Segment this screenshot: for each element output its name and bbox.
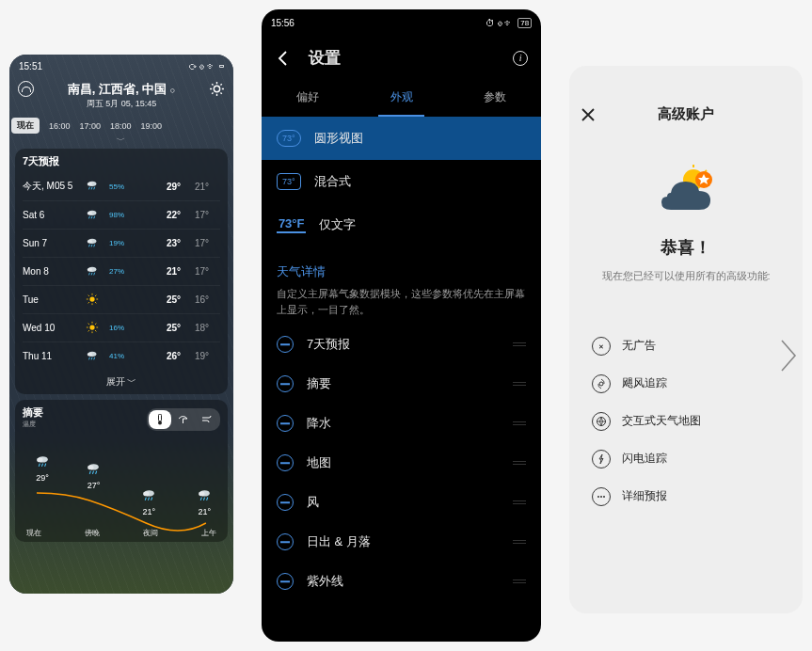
dots-icon [592, 487, 611, 506]
hourly-now[interactable]: 现在 [11, 118, 40, 134]
day-label: Mon 8 [23, 266, 75, 277]
detail-row[interactable]: 地图 [262, 443, 541, 483]
forecast-row[interactable]: Sun 7 19% 23° 17° [23, 229, 220, 257]
forecast-row[interactable]: Thu 11 41% 26° 19° [23, 341, 220, 370]
detail-row[interactable]: 摘要 [262, 364, 541, 404]
expand-button[interactable]: 展开 ﹀ [23, 370, 220, 392]
svg-point-24 [158, 421, 162, 424]
remove-icon[interactable] [277, 533, 294, 550]
bolt-icon [592, 450, 611, 468]
low-temp: 17° [181, 238, 209, 248]
view-option-mixed[interactable]: 73° 混合式 [262, 160, 541, 203]
tab-preferences[interactable]: 偏好 [262, 80, 355, 117]
detail-row[interactable]: 紫外线 [262, 562, 541, 601]
drag-handle-icon[interactable] [513, 580, 526, 583]
detail-label: 7天预报 [307, 336, 350, 353]
detail-row[interactable]: 7天预报 [262, 325, 541, 364]
svg-point-33 [597, 496, 599, 498]
text-badge-icon: 73°F [277, 216, 307, 233]
app-logo-icon [18, 81, 34, 97]
info-icon[interactable]: i [513, 51, 528, 66]
remove-icon[interactable] [277, 375, 294, 392]
x-label: 现在 [26, 528, 41, 538]
weather-icon [75, 264, 109, 279]
day-label: Sat 6 [23, 210, 75, 220]
weather-icon [75, 293, 109, 308]
high-temp: 29° [137, 182, 181, 192]
settings-icon[interactable] [209, 81, 225, 97]
remove-icon[interactable] [277, 494, 294, 511]
chevron-left-icon[interactable] [11, 337, 30, 367]
forecast-row[interactable]: Sat 6 98% 22° 17° [23, 200, 220, 229]
svg-rect-23 [158, 414, 161, 421]
feature-label: 详细预报 [622, 488, 667, 504]
umbrella-tab-icon[interactable] [171, 410, 195, 429]
forecast-row[interactable]: Wed 10 16% 25° 18° [23, 313, 220, 341]
remove-icon[interactable] [277, 415, 294, 432]
view-option-circle[interactable]: 73° 圆形视图 [262, 117, 541, 160]
remove-icon[interactable] [277, 336, 294, 353]
summary-title: 摘要温度 [23, 405, 43, 429]
temp-tab-icon[interactable] [149, 410, 171, 429]
low-temp: 18° [181, 323, 209, 333]
feature-label: 交互式天气地图 [622, 413, 701, 429]
detail-row[interactable]: 降水 [262, 404, 541, 443]
chevron-right-icon[interactable] [778, 339, 799, 373]
location-title[interactable]: 南昌, 江西省, 中国 ○ [9, 81, 233, 98]
status-bar [569, 66, 803, 92]
no-ad-icon: ✕ [592, 337, 611, 356]
header: 南昌, 江西省, 中国 ○ 周五 5月 05, 15:45 [9, 77, 233, 114]
drag-handle-icon[interactable] [513, 421, 526, 425]
back-icon[interactable] [275, 50, 292, 67]
svg-point-35 [603, 496, 605, 498]
precip-pct: 19% [109, 239, 137, 247]
premium-hero-icon [652, 165, 720, 217]
forecast-row[interactable]: 今天, M05 5 55% 29° 21° [23, 172, 220, 200]
chart-point: 27° [86, 461, 102, 490]
square-badge-icon: 73° [277, 173, 301, 190]
weather-icon [75, 179, 109, 194]
drag-handle-icon[interactable] [513, 500, 526, 504]
status-bar: 15:56 ⏱ ⊘ ᯤ 78 [262, 9, 541, 36]
feature-label: 飓风追踪 [622, 375, 667, 391]
detail-label: 风 [307, 494, 319, 511]
chevron-down-icon[interactable]: ﹀ [9, 137, 233, 143]
chevron-down-icon: ﹀ [127, 376, 136, 387]
wind-tab-icon[interactable] [195, 410, 218, 429]
page-title: 设置 [309, 47, 341, 69]
close-icon[interactable] [581, 107, 596, 122]
forecast-row[interactable]: Mon 8 27% 21° 17° [23, 257, 220, 285]
precip-pct: 16% [109, 324, 137, 332]
detail-row[interactable]: 风 [262, 483, 541, 522]
forecast-row[interactable]: Tue 25° 16° [23, 285, 220, 313]
hourly-strip[interactable]: 现在 16:00 17:00 18:00 19:00 [9, 114, 233, 137]
drag-handle-icon[interactable] [513, 382, 526, 386]
detail-row[interactable]: 日出 & 月落 [262, 522, 541, 562]
day-label: Sun 7 [23, 238, 75, 248]
precip-pct: 55% [109, 183, 137, 191]
drag-handle-icon[interactable] [513, 461, 526, 465]
remove-icon[interactable] [277, 454, 294, 471]
feature-row: ✕ 无广告 [569, 327, 803, 365]
status-icons: ⏱ ⊘ ᯤ 78 [486, 18, 532, 28]
high-temp: 23° [137, 238, 181, 248]
view-option-text[interactable]: 73°F 仅文字 [262, 203, 541, 246]
summary-tabs[interactable] [147, 408, 220, 431]
remove-icon[interactable] [277, 573, 294, 590]
detail-label: 紫外线 [307, 573, 343, 590]
day-label: 今天, M05 5 [23, 180, 75, 193]
tab-appearance[interactable]: 外观 [355, 80, 448, 117]
day-label: Tue [23, 294, 75, 305]
high-temp: 25° [137, 294, 181, 305]
feature-label: 闪电追踪 [622, 451, 667, 467]
detail-label: 地图 [307, 454, 331, 471]
forecast-title: 7天预报 [23, 154, 220, 168]
congrats-desc: 现在您已经可以使用所有的高级功能: [588, 268, 784, 284]
drag-handle-icon[interactable] [513, 342, 526, 346]
x-label: 夜间 [143, 528, 158, 538]
drag-handle-icon[interactable] [513, 540, 526, 544]
low-temp: 17° [181, 210, 209, 220]
detail-label: 日出 & 月落 [307, 533, 371, 550]
tab-params[interactable]: 参数 [448, 80, 541, 117]
page-title: 高级账户 [658, 105, 714, 123]
